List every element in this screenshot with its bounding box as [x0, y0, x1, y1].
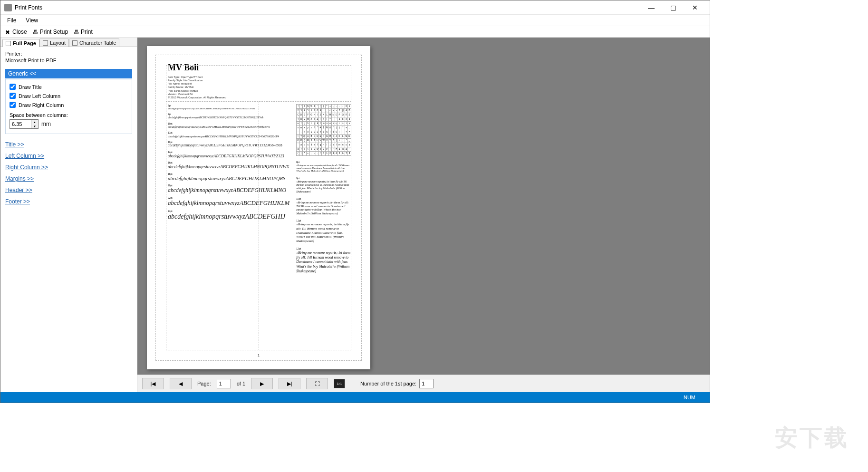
page-label: Page: [197, 381, 211, 386]
tab-char-table-label: Character Table [79, 40, 116, 46]
spin-up[interactable]: ▲ [31, 120, 38, 124]
close-icon: ✖ [5, 29, 11, 35]
print-setup-button[interactable]: 🖶Print Setup [30, 28, 71, 36]
spacing-label: Space between columns: [10, 112, 128, 118]
generic-section: Draw Title Draw Left Column Draw Right C… [5, 79, 132, 134]
toolbar: ✖Close 🖶Print Setup 🖶Print [0, 26, 710, 38]
app-icon [4, 4, 12, 11]
print-icon: 🖶 [74, 29, 79, 35]
menu-view[interactable]: View [21, 16, 43, 25]
maximize-button[interactable]: ▢ [662, 0, 684, 15]
minimize-button[interactable]: — [640, 0, 662, 15]
draw-title-label: Draw Title [19, 84, 42, 90]
close-button[interactable]: ✖Close [2, 28, 30, 36]
spacing-unit: mm [41, 121, 51, 127]
print-setup-icon: 🖶 [33, 29, 39, 35]
printer-name: Microsoft Print to PDF [5, 58, 132, 63]
generic-section-header[interactable]: Generic << [5, 69, 132, 78]
nav-bar: |◀ ◀ Page: of 1 ▶ ▶| ⛶ 1:1 Number of the… [137, 375, 710, 392]
tab-full-page-label: Full Page [13, 40, 36, 46]
window-title: Print Fonts [15, 4, 640, 11]
draw-left-checkbox[interactable]: Draw Left Column [10, 91, 128, 100]
spacing-spinbox[interactable]: ▲▼ [10, 119, 39, 129]
draw-left-label: Draw Left Column [19, 93, 60, 99]
preview-area: MV Boli Font Type: OpenType/TT FontFamil… [137, 38, 710, 392]
menu-file[interactable]: File [2, 16, 21, 25]
menubar: File View [0, 15, 710, 26]
fit-page-button[interactable]: ⛶ [306, 378, 328, 389]
draw-left-input[interactable] [10, 93, 16, 99]
first-page-button[interactable]: |◀ [142, 378, 164, 389]
grid-icon [72, 40, 77, 46]
first-page-num-label: Number of the 1st page: [360, 381, 416, 386]
preview-scroll[interactable]: MV Boli Font Type: OpenType/TT FontFamil… [137, 38, 710, 375]
tab-full-page[interactable]: Full Page [2, 39, 39, 47]
page-of: of 1 [237, 381, 245, 386]
tab-char-table[interactable]: Character Table [69, 39, 119, 47]
printer-label: Printer: [5, 51, 132, 57]
statusbar: NUM [0, 392, 710, 403]
link-right-column[interactable]: Right Column >> [5, 162, 132, 173]
next-page-button[interactable]: ▶ [251, 378, 273, 389]
link-header[interactable]: Header >> [5, 184, 132, 196]
prev-page-button[interactable]: ◀ [170, 378, 192, 389]
spin-down[interactable]: ▼ [31, 124, 38, 128]
tab-layout-label: Layout [50, 40, 66, 46]
spacing-input[interactable] [10, 120, 31, 128]
close-label: Close [12, 29, 27, 35]
layout-icon [43, 40, 48, 46]
page-preview: MV Boli Font Type: OpenType/TT FontFamil… [147, 46, 370, 369]
status-num: NUM [684, 395, 695, 400]
print-label: Print [81, 29, 93, 35]
link-footer[interactable]: Footer >> [5, 196, 132, 207]
link-left-column[interactable]: Left Column >> [5, 150, 132, 162]
tab-strip: Full Page Layout Character Table [0, 38, 137, 47]
page-input[interactable] [217, 379, 231, 388]
draw-right-input[interactable] [10, 102, 16, 108]
close-window-button[interactable]: ✕ [684, 0, 706, 15]
draw-title-input[interactable] [10, 84, 16, 90]
print-button[interactable]: 🖶Print [71, 28, 96, 36]
page-number: 1 [258, 354, 260, 357]
link-margins[interactable]: Margins >> [5, 173, 132, 184]
tab-layout[interactable]: Layout [39, 39, 69, 47]
sidebar: Full Page Layout Character Table Printer… [0, 38, 137, 392]
actual-size-button[interactable]: 1:1 [334, 379, 345, 388]
print-setup-label: Print Setup [40, 29, 68, 35]
draw-title-checkbox[interactable]: Draw Title [10, 82, 128, 91]
last-page-button[interactable]: ▶| [279, 378, 300, 389]
link-title[interactable]: Title >> [5, 139, 132, 150]
page-icon [6, 41, 11, 46]
titlebar: Print Fonts — ▢ ✕ [0, 0, 710, 15]
draw-right-checkbox[interactable]: Draw Right Column [10, 100, 128, 109]
first-page-num-input[interactable] [419, 379, 434, 388]
draw-right-label: Draw Right Column [19, 102, 64, 108]
